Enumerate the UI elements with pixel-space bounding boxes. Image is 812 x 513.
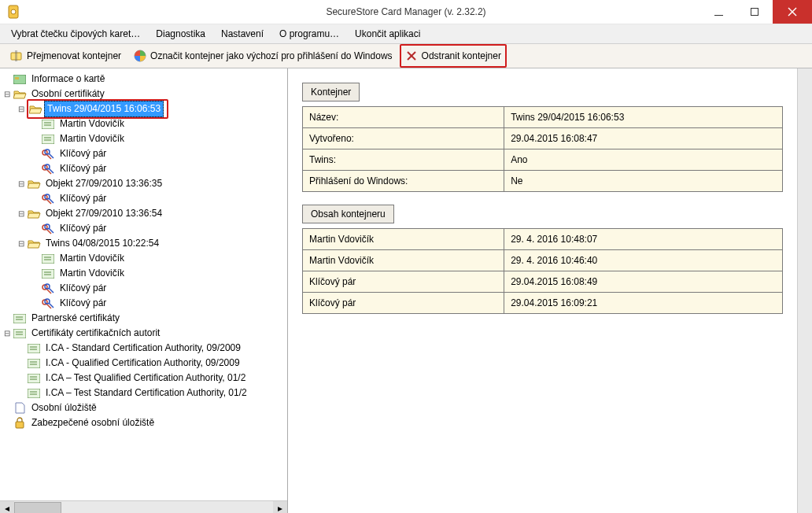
svg-rect-62	[28, 389, 40, 398]
tree-item[interactable]: ⊟Twins 04/08/2015 10:22:54	[2, 236, 286, 251]
tree-item[interactable]: Klíčový pár	[2, 191, 286, 206]
mark-default-login-button[interactable]: Označit kontejner jako výchozí pro přihl…	[128, 46, 397, 66]
scroll-right-arrow[interactable]: ▸	[273, 501, 287, 513]
tree-item[interactable]: ⊟Twins 29/04/2015 16:06:53	[2, 101, 286, 116]
tree-expander[interactable]: ⊟	[16, 209, 27, 220]
prop-key: Martin Vdovičík	[303, 229, 504, 250]
delete-container-button[interactable]: Odstranit kontejner	[400, 44, 507, 68]
minimize-button[interactable]	[700, 0, 736, 24]
tree-expander[interactable]: ⊟	[16, 104, 27, 115]
vertical-scrollbar[interactable]	[797, 68, 812, 513]
prop-value: Ne	[504, 171, 783, 192]
tree-label: Informace o kartě	[28, 72, 108, 87]
maximize-button[interactable]	[736, 0, 773, 24]
app-icon	[5, 3, 22, 20]
svg-rect-53	[28, 344, 40, 353]
prop-value: 29.04.2015 16:09:21	[504, 293, 783, 314]
delete-container-label: Odstranit kontejner	[422, 50, 501, 61]
keys-icon	[41, 282, 55, 296]
keys-icon	[41, 162, 55, 176]
tree-item[interactable]: Informace o kartě	[2, 72, 286, 87]
menu-exit[interactable]: Ukončit aplikaci	[347, 24, 428, 43]
prop-value: Twins 29/04/2015 16:06:53	[504, 107, 783, 128]
folder-rename-icon	[10, 50, 23, 62]
horizontal-scrollbar[interactable]: ◂ ▸	[0, 500, 287, 513]
cert-icon	[27, 371, 41, 386]
tree-label: Klíčový pár	[57, 281, 109, 296]
container-properties-table: Název:Twins 29/04/2015 16:06:53Vytvořeno…	[302, 106, 783, 192]
prop-key: Přihlášení do Windows:	[303, 171, 504, 192]
tree-item[interactable]: Martin Vdovičík	[2, 251, 286, 266]
tree-expander	[30, 149, 41, 160]
tree-item[interactable]: ⊟Certifikáty certifikačních autorit	[2, 326, 286, 341]
svg-rect-5	[15, 50, 17, 61]
tree-item[interactable]: Klíčový pár	[2, 161, 286, 176]
tree-item[interactable]: I.CA – Test Qualified Certification Auth…	[2, 371, 286, 386]
tree-expander	[2, 313, 13, 324]
mark-default-login-label: Označit kontejner jako výchozí pro přihl…	[150, 50, 392, 61]
tree-item[interactable]: Osobní úložiště	[2, 400, 286, 415]
tree-label: Twins 29/04/2015 16:06:53	[44, 101, 164, 117]
tree-expander	[2, 418, 13, 429]
tree-item[interactable]: Martin Vdovičík	[2, 266, 286, 281]
table-row: Název:Twins 29/04/2015 16:06:53	[303, 107, 783, 128]
title-bar: SecureStore Card Manager (v. 2.32.2)	[0, 0, 812, 24]
cert-icon	[27, 356, 41, 371]
tree-item[interactable]: Klíčový pár	[2, 146, 286, 161]
cert-icon	[41, 252, 55, 266]
menu-reader[interactable]: Vybrat čtečku čipových karet…	[3, 24, 148, 43]
rename-container-button[interactable]: Přejmenovat kontejner	[5, 46, 127, 66]
tree-expander	[16, 358, 27, 369]
cert-icon	[41, 132, 55, 146]
prop-key: Twins:	[303, 149, 504, 171]
delete-icon	[405, 50, 418, 62]
menu-about[interactable]: O programu…	[271, 24, 347, 43]
tree-item[interactable]: Zabezpečené osobní úložiště	[2, 415, 286, 430]
menu-bar: Vybrat čtečku čipových karet… Diagnostik…	[0, 24, 812, 44]
prop-value: 29. 4. 2016 10:46:40	[504, 250, 783, 271]
tree-expander[interactable]: ⊟	[2, 89, 13, 100]
tree-label: Objekt 27/09/2010 13:36:35	[42, 176, 165, 191]
tree-item[interactable]: Partnerské certifikáty	[2, 311, 286, 326]
tree-expander	[30, 119, 41, 130]
svg-rect-59	[28, 374, 40, 383]
menu-diagnostics[interactable]: Diagnostika	[148, 24, 213, 43]
svg-rect-65	[16, 422, 24, 428]
svg-point-1	[11, 9, 16, 14]
table-row: Martin Vdovičík29. 4. 2016 10:46:40	[303, 250, 783, 271]
tree-view[interactable]: Informace o kartě⊟Osobní certifikáty⊟Twi…	[0, 68, 287, 500]
tree-expander	[30, 298, 41, 309]
tree-item[interactable]: Klíčový pár	[2, 281, 286, 296]
tree-item[interactable]: I.CA - Standard Certification Authority,…	[2, 341, 286, 356]
scrollbar-thumb[interactable]	[14, 502, 61, 513]
tree-item[interactable]: I.CA – Test Standard Certification Autho…	[2, 386, 286, 400]
tree-expander[interactable]: ⊟	[2, 328, 13, 339]
tree-expander	[2, 403, 13, 414]
close-button[interactable]	[773, 0, 812, 24]
prop-value: 29.04.2015 16:08:47	[504, 128, 783, 149]
table-row: Klíčový pár29.04.2015 16:08:49	[303, 271, 783, 293]
section-header-container: Kontejner	[302, 83, 360, 101]
scrollbar-track[interactable]	[14, 501, 273, 513]
tree-label: Klíčový pár	[57, 221, 109, 236]
container-contents-table: Martin Vdovičík29. 4. 2016 10:48:07Marti…	[302, 228, 783, 314]
scroll-left-arrow[interactable]: ◂	[0, 501, 14, 513]
table-row: Klíčový pár29.04.2015 16:09:21	[303, 293, 783, 314]
tree-item[interactable]: Klíčový pár	[2, 296, 286, 311]
tree-expander	[30, 134, 41, 145]
tree-expander[interactable]: ⊟	[16, 238, 27, 249]
keys-icon	[41, 297, 55, 311]
tree-label: Klíčový pár	[57, 161, 109, 176]
menu-settings[interactable]: Nastavení	[213, 24, 271, 43]
tree-item[interactable]: Martin Vdovičík	[2, 131, 286, 146]
table-row: Vytvořeno:29.04.2015 16:08:47	[303, 128, 783, 149]
tree-item[interactable]: I.CA - Qualified Certification Authority…	[2, 356, 286, 371]
tree-item[interactable]: ⊟Objekt 27/09/2010 13:36:54	[2, 206, 286, 221]
tree-expander[interactable]: ⊟	[16, 179, 27, 190]
tree-item[interactable]: Klíčový pár	[2, 221, 286, 236]
svg-rect-50	[13, 329, 26, 338]
tree-item[interactable]: ⊟Objekt 27/09/2010 13:36:35	[2, 176, 286, 191]
prop-key: Martin Vdovičík	[303, 250, 504, 271]
tree-expander	[30, 253, 41, 264]
prop-value: 29.04.2015 16:08:49	[504, 271, 783, 293]
